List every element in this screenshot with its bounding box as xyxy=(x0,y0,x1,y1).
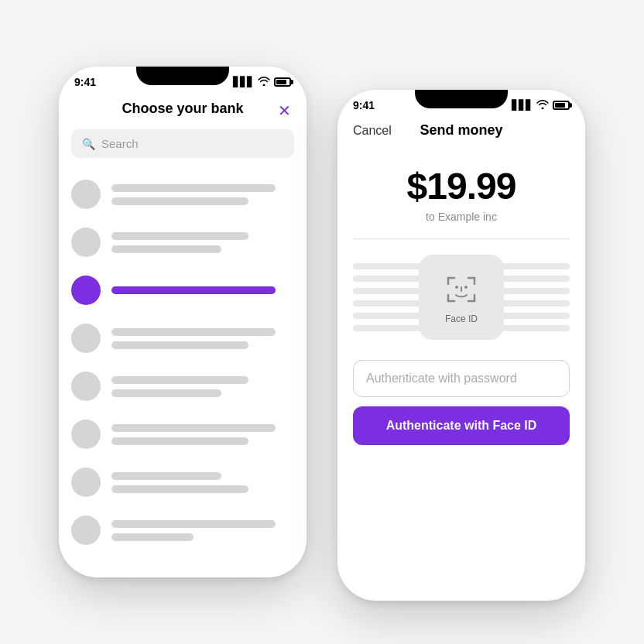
bank-line-1 xyxy=(111,424,276,432)
bank-line-1 xyxy=(111,520,276,528)
search-icon: 🔍 xyxy=(82,138,95,150)
phone1-time: 9:41 xyxy=(74,76,96,88)
svg-point-1 xyxy=(464,286,468,289)
bank-avatar xyxy=(71,228,101,257)
bank-avatar xyxy=(71,420,101,449)
list-item[interactable] xyxy=(71,218,294,266)
bank-lines xyxy=(111,286,294,294)
send-title: Send money xyxy=(420,122,502,139)
list-item[interactable] xyxy=(71,410,294,458)
bank-line-2 xyxy=(111,437,248,445)
password-placeholder: Authenticate with password xyxy=(366,372,517,385)
search-placeholder: Search xyxy=(101,137,139,150)
phone1-status-icons: ▋▋▋ xyxy=(233,77,291,88)
signal-icon: ▋▋▋ xyxy=(512,100,533,111)
phone2-time: 9:41 xyxy=(353,99,375,111)
list-item[interactable] xyxy=(71,170,294,218)
phone1-notch xyxy=(136,67,229,85)
phone2-notch xyxy=(415,90,508,108)
phone2-status-icons: ▋▋▋ xyxy=(512,100,570,111)
svg-point-0 xyxy=(455,286,458,289)
divider xyxy=(353,238,570,239)
bank-lines xyxy=(111,328,294,349)
signal-icon: ▋▋▋ xyxy=(233,77,254,87)
list-item[interactable] xyxy=(71,458,294,506)
bank-avatar xyxy=(71,372,101,401)
bank-avatar xyxy=(71,324,101,353)
wifi-icon xyxy=(258,77,270,88)
list-item[interactable] xyxy=(71,506,294,554)
battery-icon xyxy=(274,77,291,87)
cancel-button[interactable]: Cancel xyxy=(353,124,392,138)
bank-line-1 xyxy=(111,328,276,336)
phone-choose-bank: 9:41 ▋▋▋ Choose your bank ✕ 🔍 Search xyxy=(59,67,307,577)
list-item-selected[interactable] xyxy=(71,266,294,314)
bank-lines xyxy=(111,472,294,493)
bank-lines xyxy=(111,232,294,253)
auth-section: Authenticate with password Authenticate … xyxy=(337,348,585,457)
face-id-label: Face ID xyxy=(445,313,478,324)
bank-line-2 xyxy=(111,341,248,349)
search-bar[interactable]: 🔍 Search xyxy=(71,129,294,158)
battery-icon xyxy=(553,101,570,110)
bank-lines xyxy=(111,376,294,397)
list-item[interactable] xyxy=(71,362,294,410)
bank-line-1 xyxy=(111,376,248,384)
authenticate-faceid-button[interactable]: Authenticate with Face ID xyxy=(353,406,570,445)
bank-list xyxy=(59,170,307,554)
bank-lines xyxy=(111,424,294,445)
bank-avatar xyxy=(71,468,101,497)
bank-lines xyxy=(111,184,294,205)
send-amount-section: $19.99 to Example inc xyxy=(337,149,585,231)
bank-header: Choose your bank ✕ xyxy=(59,91,307,129)
bank-line-1 xyxy=(111,472,221,480)
bank-title: Choose your bank xyxy=(122,101,243,117)
send-header: Cancel Send money xyxy=(337,115,585,149)
bank-line-2 xyxy=(111,485,248,493)
bank-avatar xyxy=(71,516,101,545)
bank-avatar xyxy=(71,180,101,209)
bank-line-1 xyxy=(111,184,276,192)
amount-recipient: to Example inc xyxy=(426,211,497,223)
amount-value: $19.99 xyxy=(407,165,516,207)
phone-send-money: 9:41 ▋▋▋ Cancel Send money $19.99 to Exa… xyxy=(337,90,585,601)
list-item[interactable] xyxy=(71,314,294,362)
bank-avatar-selected xyxy=(71,276,101,305)
bank-line-2 xyxy=(111,197,248,205)
bank-line-2 xyxy=(111,533,194,541)
bank-lines xyxy=(111,520,294,541)
bank-line-1 xyxy=(111,286,276,294)
face-id-icon xyxy=(442,270,481,309)
bank-line-2 xyxy=(111,389,221,397)
face-id-card[interactable]: Face ID xyxy=(419,255,504,340)
face-id-section: Face ID xyxy=(337,247,585,348)
bank-line-2 xyxy=(111,245,221,253)
wifi-icon xyxy=(536,100,549,111)
authenticate-password-button[interactable]: Authenticate with password xyxy=(353,360,570,397)
bank-line-1 xyxy=(111,232,248,240)
close-button[interactable]: ✕ xyxy=(278,103,291,118)
